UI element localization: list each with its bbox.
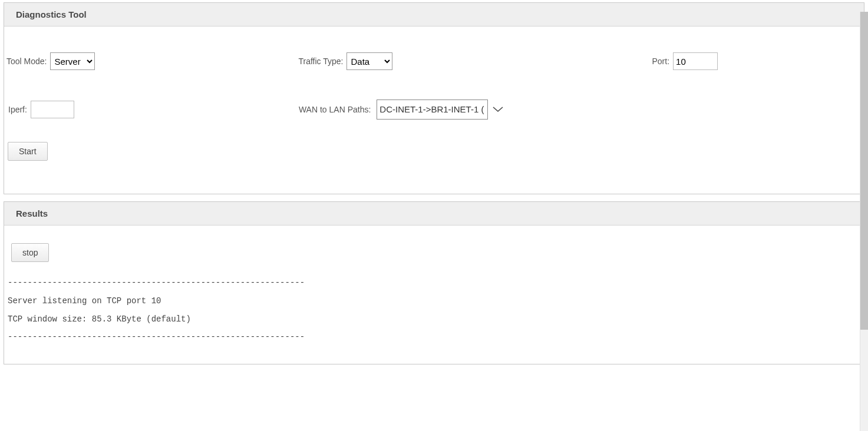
wan-lan-paths-label: WAN to LAN Paths: (299, 105, 371, 114)
diagnostics-tool-title: Diagnostics Tool (4, 3, 864, 26)
results-title: Results (4, 202, 864, 226)
port-input[interactable] (673, 52, 718, 70)
tool-mode-label: Tool Mode: (6, 57, 47, 66)
results-panel: Results stop ---------------------------… (4, 201, 864, 364)
tool-mode-select[interactable]: Server (50, 52, 95, 70)
scrollbar-thumb[interactable] (860, 12, 868, 330)
traffic-type-select[interactable]: Data (346, 52, 392, 70)
results-output: ----------------------------------------… (8, 274, 860, 346)
diagnostics-tool-body: Tool Mode: Server Traffic Type: Data Por… (4, 26, 864, 194)
iperf-label: Iperf: (8, 105, 27, 114)
results-body: stop -----------------------------------… (4, 226, 864, 364)
traffic-type-label: Traffic Type: (298, 57, 343, 66)
scrollbar-track[interactable] (860, 12, 868, 372)
wan-lan-paths-select[interactable]: DC-INET-1->BR1-INET-1 ( (377, 100, 488, 120)
iperf-input[interactable] (31, 101, 74, 118)
stop-button[interactable]: stop (11, 243, 49, 262)
start-button[interactable]: Start (8, 142, 48, 161)
port-label: Port: (652, 57, 669, 66)
diagnostics-tool-panel: Diagnostics Tool Tool Mode: Server Traff… (4, 2, 864, 194)
chevron-down-icon[interactable] (493, 107, 503, 112)
